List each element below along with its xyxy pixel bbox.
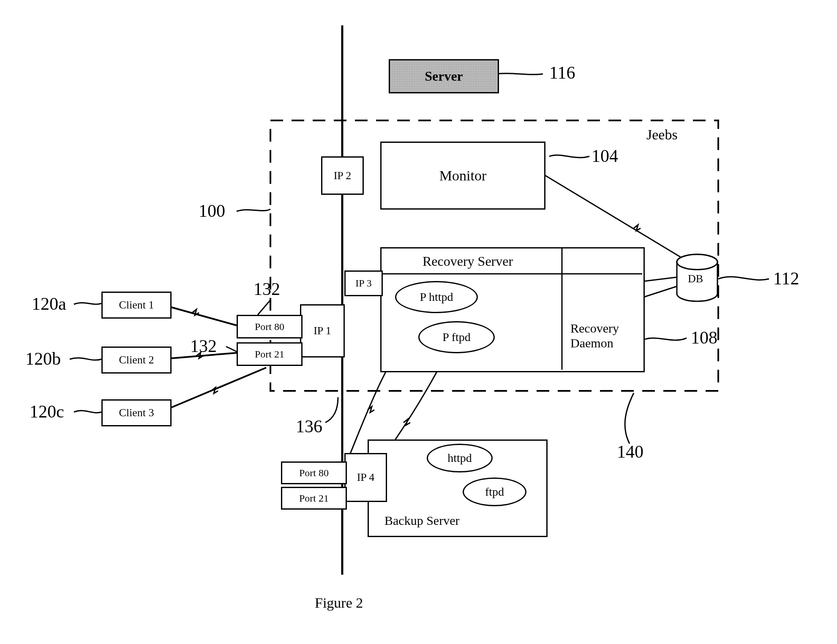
- ftpd-ellipse: ftpd: [463, 478, 526, 506]
- callout-108: 108: [691, 327, 717, 348]
- ip4-port80-label: Port 80: [299, 467, 329, 479]
- callout-104: 104: [592, 146, 618, 166]
- callout-100: 100: [199, 201, 225, 221]
- callout-140: 140: [617, 442, 643, 462]
- client1-box: Client 1: [101, 292, 172, 319]
- figure-caption: Figure 2: [315, 595, 363, 611]
- callout-120c: 120c: [30, 401, 64, 422]
- ip4-port80: Port 80: [281, 461, 347, 484]
- ip4-box: IP 4: [344, 453, 387, 502]
- httpd-ellipse: httpd: [427, 444, 493, 472]
- ftpd-label: ftpd: [485, 485, 504, 499]
- httpd-label: httpd: [447, 451, 472, 465]
- callout-120b: 120b: [25, 349, 61, 369]
- callout-120a: 120a: [32, 294, 66, 314]
- client3-label: Client 3: [119, 407, 154, 419]
- ip4-port21-label: Port 21: [299, 493, 329, 504]
- callout-136: 136: [296, 416, 322, 437]
- diagram-canvas: Server Jeebs IP 2 Monitor Recovery Serve…: [0, 0, 837, 644]
- client2-label: Client 2: [119, 354, 154, 366]
- client1-label: Client 1: [119, 299, 154, 311]
- ip4-label: IP 4: [357, 471, 375, 484]
- backup-server-label: Backup Server: [384, 513, 459, 528]
- svg-point-11: [677, 254, 717, 270]
- callout-116: 116: [549, 63, 575, 83]
- callout-132b: 132: [190, 336, 217, 356]
- callout-132a: 132: [254, 279, 280, 299]
- callout-112: 112: [773, 268, 799, 289]
- ip4-port21: Port 21: [281, 487, 347, 510]
- db-cylinder: [0, 0, 837, 644]
- db-label: DB: [688, 273, 703, 285]
- client2-box: Client 2: [101, 347, 172, 374]
- client3-box: Client 3: [101, 399, 172, 426]
